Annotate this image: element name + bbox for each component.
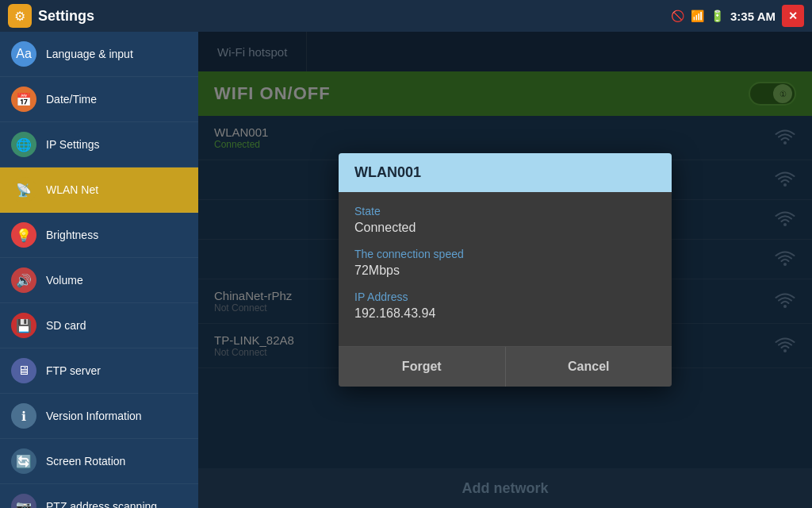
main-layout: AaLanguage & input📅Date/Time🌐IP Settings… <box>0 32 812 508</box>
sidebar-item-label-ip: IP Settings <box>46 138 99 151</box>
version-icon: ℹ <box>11 403 36 429</box>
sidebar-item-ptz[interactable]: 📷PTZ address scanning <box>0 484 198 508</box>
wlan-dialog: WLAN001 StateConnectedThe connection spe… <box>339 153 672 387</box>
dialog-field-label: IP Address <box>354 291 656 303</box>
dialog-field-label: The connection speed <box>354 248 656 260</box>
battery-icon: 🔋 <box>710 10 724 22</box>
dialog-field: The connection speed72Mbps <box>354 248 656 278</box>
ip-icon: 🌐 <box>11 132 36 157</box>
dialog-field-value: Connected <box>354 221 656 235</box>
language-icon: Aa <box>11 41 36 67</box>
sidebar-item-label-ftp: FTP server <box>46 364 101 377</box>
rotation-icon: 🔄 <box>11 448 36 474</box>
volume-icon: 🔊 <box>11 267 36 293</box>
close-button[interactable]: ✕ <box>782 5 804 27</box>
settings-gear-icon: ⚙ <box>8 4 32 28</box>
dialog-field-value: 192.168.43.94 <box>354 306 656 321</box>
datetime-icon: 📅 <box>11 87 36 112</box>
dialog-actions: Forget Cancel <box>339 346 672 387</box>
sidebar-item-version[interactable]: ℹVersion Information <box>0 394 198 439</box>
top-bar: ⚙ Settings 🚫 📶 🔋 3:35 AM ✕ <box>0 0 812 32</box>
sidebar-item-language[interactable]: AaLanguage & input <box>0 32 198 77</box>
top-bar-right: 🚫 📶 🔋 3:35 AM ✕ <box>671 5 804 27</box>
sidebar-item-rotation[interactable]: 🔄Screen Rotation <box>0 439 198 484</box>
sdcard-icon: 💾 <box>11 313 36 338</box>
dialog-overlay: WLAN001 StateConnectedThe connection spe… <box>198 32 812 508</box>
sidebar-item-sdcard[interactable]: 💾SD card <box>0 303 198 348</box>
sidebar-item-label-language: Language & input <box>46 48 133 60</box>
dialog-title: WLAN001 <box>354 164 421 180</box>
sidebar-item-label-version: Version Information <box>46 410 142 422</box>
cancel-button[interactable]: Cancel <box>506 347 672 387</box>
sidebar-item-wlan[interactable]: 📡WLAN Net <box>0 167 198 213</box>
sidebar: AaLanguage & input📅Date/Time🌐IP Settings… <box>0 32 198 508</box>
clock: 3:35 AM <box>730 10 776 23</box>
sidebar-item-datetime[interactable]: 📅Date/Time <box>0 77 198 122</box>
dialog-body: StateConnectedThe connection speed72Mbps… <box>339 192 672 346</box>
sidebar-item-ftp[interactable]: 🖥FTP server <box>0 348 198 394</box>
block-icon: 🚫 <box>671 10 684 22</box>
content-area: Wi-Fi hotspot WIFI ON/OFF ① WLAN001Conne… <box>198 32 812 508</box>
dialog-field-label: State <box>354 205 656 217</box>
ftp-icon: 🖥 <box>11 358 36 383</box>
sidebar-item-label-ptz: PTZ address scanning <box>46 500 157 508</box>
dialog-header: WLAN001 <box>339 153 672 192</box>
dialog-field: StateConnected <box>354 205 656 235</box>
sidebar-item-label-volume: Volume <box>46 274 83 287</box>
wifi-status-icon: 📶 <box>691 10 704 22</box>
sidebar-item-label-sdcard: SD card <box>46 319 86 332</box>
forget-button[interactable]: Forget <box>339 347 506 387</box>
brightness-icon: 💡 <box>11 222 36 248</box>
sidebar-item-ip[interactable]: 🌐IP Settings <box>0 122 198 167</box>
sidebar-item-label-brightness: Brightness <box>46 229 98 241</box>
app-title: Settings <box>38 8 94 25</box>
sidebar-item-label-rotation: Screen Rotation <box>46 455 125 468</box>
ptz-icon: 📷 <box>11 494 36 508</box>
wlan-icon: 📡 <box>11 177 36 202</box>
dialog-field: IP Address192.168.43.94 <box>354 291 656 321</box>
sidebar-item-volume[interactable]: 🔊Volume <box>0 258 198 303</box>
sidebar-item-label-datetime: Date/Time <box>46 93 97 106</box>
sidebar-item-label-wlan: WLAN Net <box>46 183 98 196</box>
sidebar-item-brightness[interactable]: 💡Brightness <box>0 213 198 258</box>
dialog-field-value: 72Mbps <box>354 264 656 278</box>
top-bar-left: ⚙ Settings <box>8 4 94 28</box>
